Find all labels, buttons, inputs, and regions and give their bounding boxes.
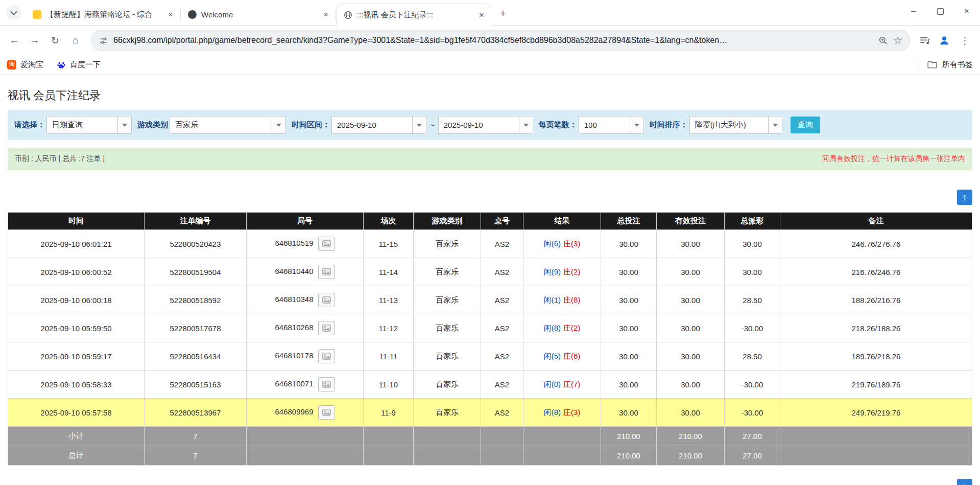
site-settings-icon[interactable]	[99, 36, 108, 45]
cell-round-id: 646810178	[247, 342, 364, 371]
minimize-button[interactable]: –	[900, 0, 927, 22]
media-controls-icon[interactable]	[917, 36, 934, 45]
summary-bar: 币别 : 人民币 | 总共 :7 注单 | 同局有效投注，统一计算在该局第一张注…	[8, 148, 972, 170]
cell-table-no: AS2	[481, 286, 523, 314]
bookmark-baidu[interactable]: 百度一下	[57, 60, 101, 70]
close-icon[interactable]: ×	[476, 10, 487, 20]
tab-welcome[interactable]: Welcome ×	[181, 4, 336, 25]
chevron-down-icon[interactable]	[630, 117, 643, 133]
back-button[interactable]: ←	[5, 31, 23, 50]
close-icon[interactable]: ×	[321, 9, 331, 20]
cell-bet-id: 522800520423	[145, 230, 247, 258]
select-type-label: 请选择：	[14, 120, 45, 130]
cell-total-bet[interactable]: 30.00	[601, 314, 657, 342]
chevron-down-icon[interactable]	[412, 117, 426, 133]
round-replay-button[interactable]	[318, 321, 335, 335]
round-replay-button[interactable]	[318, 349, 335, 363]
bookmark-taobao[interactable]: 淘 爱淘宝	[7, 60, 43, 70]
baidu-icon	[57, 60, 66, 70]
cell-round-id: 646810440	[247, 258, 364, 286]
pagination-bottom: 1	[8, 479, 972, 485]
forward-button[interactable]: →	[26, 31, 44, 50]
result-banker: 庄(7)	[563, 380, 580, 388]
cell-total-bet[interactable]: 30.00	[601, 230, 657, 258]
cell-session: 11-11	[364, 342, 414, 371]
tab-strip: 【新提醒】海燕策略论坛 - 综合 × Welcome × :::视讯 会员下注纪…	[0, 0, 980, 26]
cell-table-no: AS2	[481, 314, 523, 342]
cell-note: 249.76/219.76	[780, 399, 972, 427]
tab-forum[interactable]: 【新提醒】海燕策略论坛 - 综合 ×	[26, 4, 181, 25]
tab-title: Welcome	[201, 10, 316, 19]
page-1-button[interactable]: 1	[957, 190, 972, 205]
cell-valid-bet: 30.00	[657, 371, 725, 399]
window-close-button[interactable]: ×	[953, 0, 980, 22]
close-icon[interactable]: ×	[165, 9, 176, 20]
cell-time: 2025-09-10 05:59:50	[8, 314, 145, 342]
cell-time: 2025-09-10 05:59:17	[8, 342, 145, 371]
forum-favicon-icon	[33, 10, 41, 19]
page-content: 视讯 会员下注纪录 请选择： 日期查询 游戏类别 百家乐 时间区间： 2025-…	[0, 88, 980, 485]
date-range-label: 时间区间：	[292, 120, 330, 130]
profile-avatar-icon[interactable]	[936, 35, 953, 46]
all-bookmarks[interactable]: 所有书签	[919, 60, 973, 70]
cell-result: 闲(0)庄(7)	[523, 371, 601, 399]
cell-bet-id: 522800517678	[145, 314, 247, 342]
chevron-down-icon[interactable]	[519, 117, 533, 133]
date-from-select[interactable]: 2025-09-10	[331, 116, 426, 134]
cell-total-bet[interactable]: 30.00	[601, 399, 657, 427]
game-type-select[interactable]: 百家乐	[170, 116, 286, 134]
url-text[interactable]: 66cxkj98.com/ipl/portal.php/game/betreco…	[113, 36, 873, 45]
subtotal-label: 小计	[8, 427, 145, 446]
tab-betrecord-active[interactable]: :::视讯 会员下注纪录::: ×	[336, 4, 492, 26]
bookmarks-bar: 淘 爱淘宝 百度一下 所有书签	[0, 55, 980, 75]
bookmark-star-icon[interactable]: ☆	[893, 34, 902, 47]
maximize-button[interactable]	[927, 0, 953, 22]
cell-round-id: 646810348	[247, 286, 364, 314]
page-1-button[interactable]: 1	[957, 479, 972, 485]
chevron-down-icon[interactable]	[768, 117, 782, 133]
page-size-label: 每页笔数：	[539, 120, 577, 130]
search-button[interactable]: 查询	[791, 117, 820, 133]
home-button[interactable]: ⌂	[66, 31, 85, 50]
round-replay-button[interactable]	[318, 377, 335, 391]
query-type-select[interactable]: 日期查询	[46, 116, 132, 134]
chevron-down-icon[interactable]	[117, 117, 131, 133]
date-to-select[interactable]: 2025-09-10	[438, 116, 533, 134]
cell-total-bet[interactable]: 30.00	[601, 371, 657, 399]
round-replay-button[interactable]	[318, 265, 335, 279]
cell-table-no: AS2	[481, 342, 523, 371]
browser-menu-icon[interactable]: ⋮	[955, 35, 975, 47]
address-bar[interactable]: 66cxkj98.com/ipl/portal.php/game/betreco…	[91, 30, 911, 51]
cell-total-bet[interactable]: 30.00	[601, 286, 657, 314]
zoom-icon[interactable]	[878, 36, 888, 45]
result-banker: 庄(3)	[563, 239, 580, 248]
refresh-button[interactable]: ↻	[46, 31, 64, 50]
table-row: 2025-09-10 06:00:52 522800519504 6468104…	[8, 258, 972, 286]
globe-icon	[344, 11, 352, 19]
cell-bet-id: 522800516434	[145, 342, 247, 371]
table-row: 2025-09-10 05:57:58 522800513967 6468099…	[8, 399, 972, 427]
time-sort-select[interactable]: 降幂(由大到小)	[689, 116, 782, 134]
new-tab-button[interactable]: +	[495, 6, 511, 21]
divider	[919, 60, 919, 70]
round-replay-button[interactable]	[318, 405, 335, 420]
bookmark-label: 百度一下	[70, 60, 101, 70]
cell-game: 百家乐	[414, 258, 481, 286]
tab-search-button[interactable]	[6, 5, 21, 20]
subtotal-valid-bet: 210.00	[657, 427, 725, 446]
bet-records-table: 时间 注单编号 局号 场次 游戏类别 桌号 结果 总投注 有效投注 总派彩 备注…	[8, 212, 972, 466]
subtotal-count: 7	[145, 427, 247, 446]
page-size-select[interactable]: 100	[579, 116, 644, 134]
cell-payout: 30.00	[725, 230, 780, 258]
folder-icon	[927, 61, 937, 68]
round-replay-button[interactable]	[318, 237, 335, 251]
round-replay-button[interactable]	[318, 293, 335, 307]
cell-table-no: AS2	[481, 371, 523, 399]
cell-result: 闲(8)庄(2)	[523, 314, 601, 342]
cell-total-bet[interactable]: 30.00	[601, 342, 657, 371]
cell-total-bet[interactable]: 30.00	[601, 258, 657, 286]
chevron-down-icon[interactable]	[272, 117, 285, 133]
result-player: 闲(9)	[544, 267, 561, 276]
cell-time: 2025-09-10 06:00:18	[8, 286, 145, 314]
col-session: 场次	[364, 213, 414, 230]
